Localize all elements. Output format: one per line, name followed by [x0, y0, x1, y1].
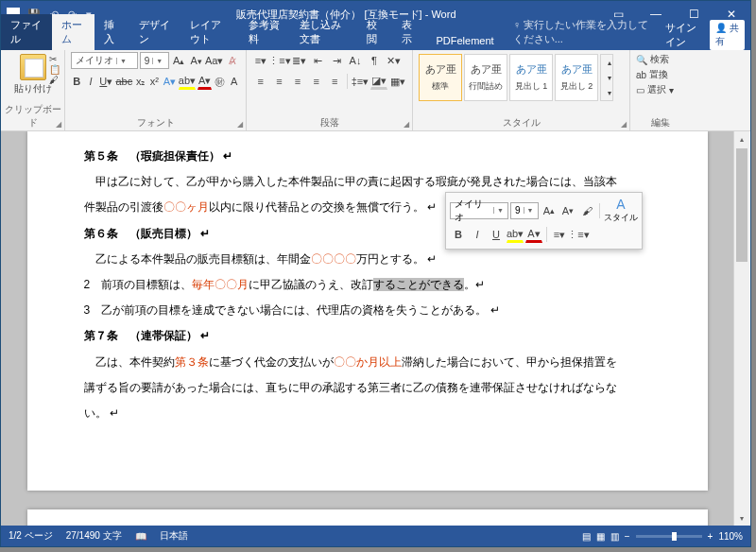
mini-bold-button[interactable]: B [450, 226, 467, 243]
ribbon-tabs: ファイル ホーム 挿入 デザイン レイアウト 参考資料 差し込み文書 校閲 表示… [1, 27, 750, 50]
tab-review[interactable]: 校閲 [357, 14, 392, 50]
zoom-slider[interactable] [636, 535, 702, 538]
font-launcher-icon[interactable]: ◢ [237, 120, 243, 129]
vertical-scrollbar[interactable]: ▴ ▾ [733, 131, 749, 526]
align-distributed-icon[interactable]: ✕▾ [385, 52, 402, 69]
language-indicator[interactable]: 日本語 [160, 529, 188, 543]
find-button[interactable]: 🔍 検索 [636, 52, 685, 67]
borders-icon[interactable]: ▦▾ [389, 73, 406, 90]
scroll-thumb[interactable] [736, 148, 747, 262]
copy-icon[interactable]: 📋 [49, 64, 60, 75]
align-left-icon[interactable]: ≡ [252, 73, 269, 90]
mini-grow-icon[interactable]: A▴ [541, 202, 558, 219]
style-heading2[interactable]: あア亜見出し 2 [555, 54, 598, 101]
word-count[interactable]: 27/1490 文字 [66, 529, 122, 543]
shading-icon[interactable]: ◪▾ [370, 73, 387, 90]
font-color-icon[interactable]: A▾ [198, 73, 212, 90]
styles-down-icon[interactable]: ▾ [601, 70, 618, 85]
format-painter-icon[interactable]: 🖌 [49, 75, 60, 85]
paste-icon [20, 54, 46, 80]
cut-icon[interactable]: ✂ [49, 54, 60, 64]
bold-button[interactable]: B [71, 73, 83, 90]
zoom-level[interactable]: 110% [718, 531, 743, 542]
proofing-icon[interactable]: 📖 [135, 531, 146, 542]
web-layout-icon[interactable]: ▥ [610, 531, 619, 542]
multilevel-icon[interactable]: ≣▾ [290, 52, 307, 69]
sort-icon[interactable]: A↓ [347, 52, 364, 69]
align-justify-icon[interactable]: ≡ [308, 73, 325, 90]
align-center-icon[interactable]: ≡ [271, 73, 288, 90]
subscript-button[interactable]: x₂ [134, 73, 146, 90]
underline-button[interactable]: U▾ [98, 73, 113, 90]
mini-italic-button[interactable]: I [469, 226, 486, 243]
bullets-icon[interactable]: ≡▾ [252, 52, 269, 69]
select-button[interactable]: ▭ 選択▾ [636, 82, 685, 97]
increase-indent-icon[interactable]: ⇥ [328, 52, 345, 69]
scroll-up-icon[interactable]: ▴ [734, 131, 749, 147]
page-indicator[interactable]: 1/2 ページ [9, 529, 53, 543]
superscript-button[interactable]: x² [148, 73, 161, 90]
page[interactable]: 第５条 （瑕疵担保責任） ↵ 甲は乙に対して、乙が甲から購入した本件製品に甲の責… [27, 131, 708, 491]
mini-underline-button[interactable]: U [488, 226, 505, 243]
increase-font-icon[interactable]: A▴ [171, 52, 186, 69]
change-case-icon[interactable]: Aa▾ [206, 52, 223, 69]
page[interactable] [27, 509, 708, 526]
tab-mailings[interactable]: 差し込み文書 [290, 14, 357, 50]
enclose-char-icon[interactable]: A [228, 73, 240, 90]
align-dist-icon[interactable]: ≡ [326, 73, 343, 90]
mini-format-painter-icon[interactable]: 🖌 [578, 202, 595, 219]
tab-home[interactable]: ホーム [52, 14, 94, 50]
align-right-icon[interactable]: ≡ [289, 73, 306, 90]
mini-highlight-icon[interactable]: ab▾ [507, 226, 524, 243]
decrease-font-icon[interactable]: A▾ [188, 52, 203, 69]
highlight-icon[interactable]: ab▾ [179, 73, 196, 90]
tab-design[interactable]: デザイン [129, 14, 180, 50]
body-text: 乙は、本件契約第３条に基づく代金の支払いが〇〇か月以上滞納した場合において、甲か… [84, 351, 651, 374]
mini-font-color-icon[interactable]: A▾ [525, 226, 542, 243]
tab-references[interactable]: 参考資料 [239, 14, 290, 50]
heading-article5: 第５条 （瑕疵担保責任） ↵ [84, 145, 651, 168]
styles-more-icon[interactable]: ▾ [601, 85, 618, 100]
numbering-icon[interactable]: ⋮≡▾ [271, 52, 288, 69]
tab-insert[interactable]: 挿入 [94, 14, 129, 50]
text-effects-icon[interactable]: A▾ [163, 73, 177, 90]
mini-font-combo[interactable]: メイリオ▼ [450, 202, 508, 219]
tell-me[interactable]: ♀ 実行したい作業を入力してください... [504, 14, 665, 50]
document-area: 第５条 （瑕疵担保責任） ↵ 甲は乙に対して、乙が甲から購入した本件製品に甲の責… [1, 131, 733, 526]
font-name-combo[interactable]: メイリオ▼ [71, 52, 138, 69]
clear-format-icon[interactable]: A̷ [225, 52, 240, 69]
tab-view[interactable]: 表示 [392, 14, 427, 50]
print-layout-icon[interactable]: ▦ [596, 531, 605, 542]
signin-link[interactable]: サインイン [665, 21, 702, 49]
para-launcher-icon[interactable]: ◢ [404, 120, 409, 129]
read-mode-icon[interactable]: ▤ [582, 531, 591, 542]
style-normal[interactable]: あア亜標準 [419, 54, 462, 101]
clipboard-launcher-icon[interactable]: ◢ [56, 120, 61, 129]
line-spacing-icon[interactable]: ‡≡▾ [352, 73, 369, 90]
style-no-spacing[interactable]: あア亜行間詰め [464, 54, 507, 101]
status-bar: 1/2 ページ 27/1490 文字 📖 日本語 ▤ ▦ ▥ − + 110% [1, 526, 750, 546]
mini-bullets-icon[interactable]: ≡▾ [551, 226, 568, 243]
mini-size-combo[interactable]: 9▼ [510, 202, 539, 219]
mini-shrink-icon[interactable]: A▾ [559, 202, 576, 219]
mini-numbering-icon[interactable]: ⋮≡▾ [570, 226, 587, 243]
styles-launcher-icon[interactable]: ◢ [621, 120, 627, 129]
italic-button[interactable]: I [85, 73, 97, 90]
phonetic-guide-icon[interactable]: ㊖ [214, 73, 226, 90]
replace-button[interactable]: ab 置換 [636, 67, 685, 82]
strike-button[interactable]: abc [115, 73, 132, 90]
decrease-indent-icon[interactable]: ⇤ [309, 52, 326, 69]
show-marks-icon[interactable]: ¶ [366, 52, 383, 69]
styles-up-icon[interactable]: ▴ [601, 55, 618, 70]
tab-layout[interactable]: レイアウト [180, 14, 239, 50]
style-heading1[interactable]: あア亜見出し 1 [509, 54, 553, 101]
share-button[interactable]: 👤 共有 [710, 20, 745, 50]
zoom-in-button[interactable]: + [708, 531, 713, 542]
scroll-down-icon[interactable]: ▾ [734, 510, 749, 526]
body-text: 乙による本件製品の販売目標額は、年間金〇〇〇〇万円とする。 ↵ [84, 248, 651, 271]
font-size-combo[interactable]: 9▼ [140, 52, 169, 69]
tab-file[interactable]: ファイル [1, 14, 52, 50]
mini-styles-button[interactable]: Aスタイル [604, 197, 638, 224]
zoom-out-button[interactable]: − [625, 531, 630, 542]
tab-pdfelement[interactable]: PDFelement [427, 31, 504, 50]
